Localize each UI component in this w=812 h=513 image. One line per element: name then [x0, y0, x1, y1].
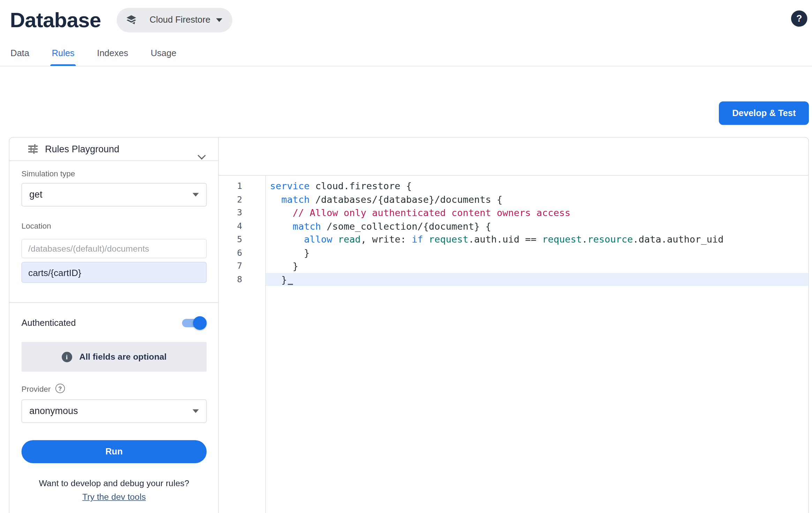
- tab-data[interactable]: Data: [10, 41, 29, 66]
- code-line[interactable]: match /some_collection/{document} {: [266, 219, 809, 232]
- firestore-icon: [125, 14, 137, 26]
- page-title: Database: [10, 8, 101, 32]
- code-line[interactable]: allow read, write: if request.auth.uid =…: [266, 233, 809, 246]
- location-label: Location: [22, 221, 207, 230]
- provider-label: Provider: [22, 384, 51, 393]
- line-number: 2: [219, 193, 265, 206]
- playground-header[interactable]: Rules Playground: [9, 138, 218, 161]
- tab-rules[interactable]: Rules: [52, 41, 74, 66]
- editor-gutter: 12345678: [219, 176, 266, 513]
- authenticated-row: Authenticated: [22, 316, 207, 331]
- code-line[interactable]: }: [266, 246, 809, 259]
- code-token: /databases/{database}/documents {: [310, 194, 503, 205]
- code-token: request: [429, 234, 468, 245]
- code-token: }: [270, 260, 298, 271]
- code-token: match: [281, 194, 310, 205]
- tabs: DataRulesIndexesUsage: [0, 41, 812, 67]
- authenticated-label: Authenticated: [22, 318, 76, 329]
- tab-usage[interactable]: Usage: [151, 41, 176, 66]
- info-icon: i: [61, 352, 72, 362]
- code-token: allow: [304, 234, 332, 245]
- provider-row: Provider ?: [22, 383, 207, 394]
- playground-title: Rules Playground: [45, 144, 119, 155]
- line-number: 4: [219, 219, 265, 232]
- line-number: 7: [219, 259, 265, 273]
- editor-toolbar: [219, 138, 809, 176]
- chevron-down-icon: [193, 409, 199, 413]
- text-cursor: [287, 275, 293, 285]
- tune-icon: [27, 143, 39, 155]
- code-token: .data.author_uid: [633, 234, 723, 245]
- dev-tools-prompt: Want to develop and debug your rules?: [22, 477, 207, 490]
- code-token: [270, 234, 304, 245]
- code-token: , write:: [361, 234, 412, 245]
- app-header: Database Cloud Firestore ?: [0, 0, 812, 34]
- code-token: // Allow only authenticated content owne…: [293, 207, 571, 218]
- product-selector-label: Cloud Firestore: [150, 15, 210, 25]
- code-token: read: [338, 234, 361, 245]
- code-token: cloud.firestore {: [310, 181, 412, 192]
- line-number: 6: [219, 246, 265, 259]
- code-token: [270, 220, 293, 231]
- page: Database Cloud Firestore ? DataRulesInde…: [0, 0, 812, 513]
- product-selector[interactable]: Cloud Firestore: [116, 8, 232, 32]
- code-token: [423, 234, 429, 245]
- line-number: 1: [219, 179, 265, 193]
- dev-tools-link[interactable]: Try the dev tools: [22, 491, 207, 503]
- provider-select[interactable]: anonymous: [22, 400, 207, 423]
- chevron-down-icon: [216, 18, 223, 22]
- run-button[interactable]: Run: [22, 441, 207, 464]
- chevron-down-icon: [193, 193, 199, 197]
- code-token: service: [270, 181, 310, 192]
- code-lines[interactable]: service cloud.firestore { match /databas…: [266, 176, 809, 513]
- help-circle-icon[interactable]: ?: [55, 384, 65, 393]
- provider-value: anonymous: [29, 406, 78, 417]
- divider: [9, 303, 218, 303]
- code-token: .auth.uid ==: [468, 234, 542, 245]
- code-token: /some_collection/{document} {: [321, 220, 491, 231]
- code-line[interactable]: service cloud.firestore {: [266, 179, 809, 193]
- code-line[interactable]: }: [266, 273, 809, 286]
- line-number: 5: [219, 233, 265, 246]
- code-token: [270, 194, 281, 205]
- simulation-type-label: Simulation type: [22, 169, 207, 178]
- location-input[interactable]: carts/{cartID}: [22, 262, 207, 283]
- toggle-thumb: [193, 316, 207, 330]
- info-banner: i All fields are optional: [22, 342, 207, 372]
- location-prefix: /databases/(default)/documents: [22, 239, 207, 259]
- code-token: [332, 234, 338, 245]
- playground-body: Simulation type get Location /databases/…: [9, 161, 218, 513]
- code-token: }: [270, 247, 310, 258]
- code-token: resource: [587, 234, 633, 245]
- code-line[interactable]: // Allow only authenticated content owne…: [266, 206, 809, 219]
- simulation-type-select[interactable]: get: [22, 183, 207, 207]
- code-line[interactable]: }: [266, 259, 809, 273]
- authenticated-toggle[interactable]: [181, 316, 207, 330]
- rules-card: Rules Playground Simulation type get Loc…: [9, 137, 809, 513]
- line-number: 3: [219, 206, 265, 219]
- code-token: match: [293, 220, 321, 231]
- code-token: .: [582, 234, 587, 245]
- code-line[interactable]: match /databases/{database}/documents {: [266, 193, 809, 206]
- line-number: 8: [219, 273, 265, 286]
- code-area: 12345678 service cloud.firestore { match…: [219, 138, 809, 513]
- code-token: [270, 207, 293, 218]
- rules-playground-panel: Rules Playground Simulation type get Loc…: [9, 138, 219, 513]
- code-token: if: [412, 234, 423, 245]
- info-banner-text: All fields are optional: [79, 352, 166, 362]
- help-button[interactable]: ?: [791, 10, 807, 27]
- code-token: }: [270, 274, 287, 285]
- tab-indexes[interactable]: Indexes: [97, 41, 128, 66]
- chevron-down-icon[interactable]: [198, 152, 206, 160]
- code-token: request: [542, 234, 582, 245]
- develop-test-button[interactable]: Develop & Test: [719, 101, 809, 125]
- rules-editor[interactable]: 12345678 service cloud.firestore { match…: [219, 176, 809, 513]
- simulation-type-value: get: [29, 190, 43, 201]
- toolbar: Develop & Test: [0, 67, 812, 138]
